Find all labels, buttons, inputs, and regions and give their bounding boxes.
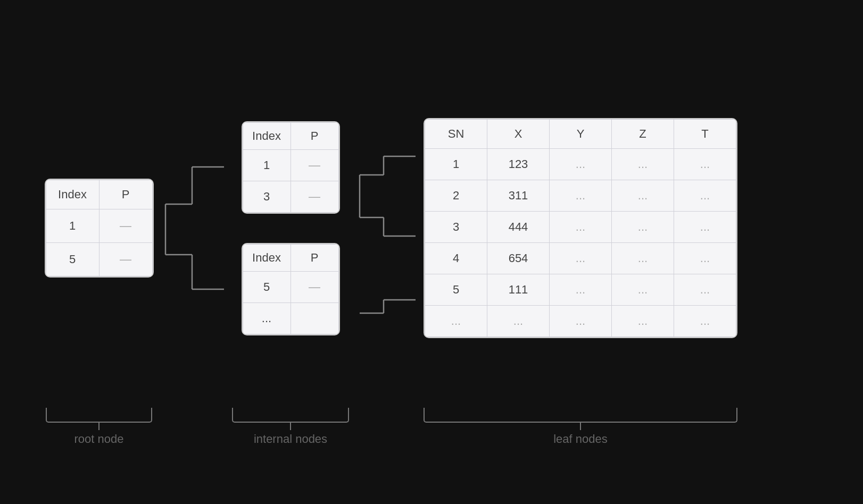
leaf-row4-t: ... bbox=[674, 243, 736, 274]
leaf-row1-t: ... bbox=[674, 149, 736, 180]
leaf-row1-z: ... bbox=[612, 149, 674, 180]
table-row: 5 111 ... ... ... bbox=[425, 274, 736, 306]
int1-row1-index: 1 bbox=[243, 149, 291, 181]
table-row: 3 — bbox=[243, 181, 338, 212]
table-row: 2 311 ... ... ... bbox=[425, 180, 736, 212]
leaf-row4-sn: 4 bbox=[425, 243, 487, 274]
leaf-row6-z: ... bbox=[612, 306, 674, 337]
leaf-row6-sn: ... bbox=[425, 306, 487, 337]
leaf-row4-x: 654 bbox=[487, 243, 550, 274]
root-table: Index P 1 — 5 — bbox=[45, 179, 154, 278]
leaf-row6-y: ... bbox=[550, 306, 612, 337]
internal-table-2: Index P 5 — ... bbox=[242, 243, 340, 335]
internal-nodes-label-section: internal nodes bbox=[224, 408, 357, 446]
leaf-row3-t: ... bbox=[674, 212, 736, 243]
leaf-header-y: Y bbox=[550, 120, 612, 149]
root-node-section: Index P 1 — 5 — bbox=[38, 58, 160, 398]
leaf-header-sn: SN bbox=[425, 120, 487, 149]
leaf-row5-y: ... bbox=[550, 274, 612, 306]
root-node-label-section: root node bbox=[38, 408, 160, 446]
leaf-row2-z: ... bbox=[612, 180, 674, 212]
arrows-internal-to-leaf bbox=[357, 58, 416, 398]
table-row: 1 — bbox=[46, 209, 152, 243]
root-row2-index: 5 bbox=[46, 243, 99, 276]
leaf-row1-sn: 1 bbox=[425, 149, 487, 180]
leaf-table: SN X Y Z T 1 123 ... ... . bbox=[424, 118, 737, 338]
internal-bracket-tick bbox=[290, 423, 291, 430]
int2-row1-p: — bbox=[291, 271, 338, 303]
diagram: Index P 1 — 5 — bbox=[38, 58, 825, 446]
root-row2-p: — bbox=[99, 243, 152, 276]
table-row: ... bbox=[243, 303, 338, 334]
leaf-row2-sn: 2 bbox=[425, 180, 487, 212]
leaf-row1-x: 123 bbox=[487, 149, 550, 180]
int2-row2-p bbox=[291, 303, 338, 334]
leaf-row6-t: ... bbox=[674, 306, 736, 337]
table-row: 5 — bbox=[46, 243, 152, 276]
table-row: 1 — bbox=[243, 149, 338, 181]
leaf-row3-z: ... bbox=[612, 212, 674, 243]
int1-row1-p: — bbox=[291, 149, 338, 181]
table-row: ... ... ... ... ... bbox=[425, 306, 736, 337]
leaf-row4-y: ... bbox=[550, 243, 612, 274]
internal-table-1: Index P 1 — 3 — bbox=[242, 121, 340, 214]
leaf-row2-y: ... bbox=[550, 180, 612, 212]
int2-row1-index: 5 bbox=[243, 271, 291, 303]
int1-row2-index: 3 bbox=[243, 181, 291, 212]
int1-header-index: Index bbox=[243, 122, 291, 149]
int1-row2-p: — bbox=[291, 181, 338, 212]
root-header-index: Index bbox=[46, 180, 99, 209]
int1-header-p: P bbox=[291, 122, 338, 149]
table-row: 3 444 ... ... ... bbox=[425, 212, 736, 243]
leaf-header-t: T bbox=[674, 120, 736, 149]
int2-header-p: P bbox=[291, 244, 338, 271]
leaf-node-section: SN X Y Z T 1 123 ... ... . bbox=[416, 58, 745, 398]
leaf-row2-x: 311 bbox=[487, 180, 550, 212]
leaf-row2-t: ... bbox=[674, 180, 736, 212]
internal-bracket bbox=[232, 408, 349, 423]
arrows-root-to-internal bbox=[160, 58, 224, 398]
leaf-row1-y: ... bbox=[550, 149, 612, 180]
table-row: 5 — bbox=[243, 271, 338, 303]
int2-row2-index: ... bbox=[243, 303, 291, 334]
leaf-row6-x: ... bbox=[487, 306, 550, 337]
leaf-row5-x: 111 bbox=[487, 274, 550, 306]
root-bracket bbox=[46, 408, 152, 423]
table-row: 1 123 ... ... ... bbox=[425, 149, 736, 180]
leaf-header-z: Z bbox=[612, 120, 674, 149]
table-row: 4 654 ... ... ... bbox=[425, 243, 736, 274]
root-row1-p: — bbox=[99, 209, 152, 243]
leaf-row5-sn: 5 bbox=[425, 274, 487, 306]
leaf-bracket-tick bbox=[580, 423, 581, 430]
root-node-label: root node bbox=[74, 432, 124, 446]
int2-header-index: Index bbox=[243, 244, 291, 271]
internal-nodes-label: internal nodes bbox=[254, 432, 327, 446]
leaf-row3-y: ... bbox=[550, 212, 612, 243]
leaf-nodes-label: leaf nodes bbox=[553, 432, 608, 446]
leaf-row3-x: 444 bbox=[487, 212, 550, 243]
leaf-row3-sn: 3 bbox=[425, 212, 487, 243]
leaf-row5-t: ... bbox=[674, 274, 736, 306]
root-row1-index: 1 bbox=[46, 209, 99, 243]
root-bracket-tick bbox=[98, 423, 99, 430]
leaf-bracket bbox=[424, 408, 737, 423]
leaf-row4-z: ... bbox=[612, 243, 674, 274]
internal-nodes-section: Index P 1 — 3 — bbox=[224, 58, 357, 398]
root-header-p: P bbox=[99, 180, 152, 209]
leaf-row5-z: ... bbox=[612, 274, 674, 306]
leaf-header-x: X bbox=[487, 120, 550, 149]
leaf-nodes-label-section: leaf nodes bbox=[416, 408, 745, 446]
